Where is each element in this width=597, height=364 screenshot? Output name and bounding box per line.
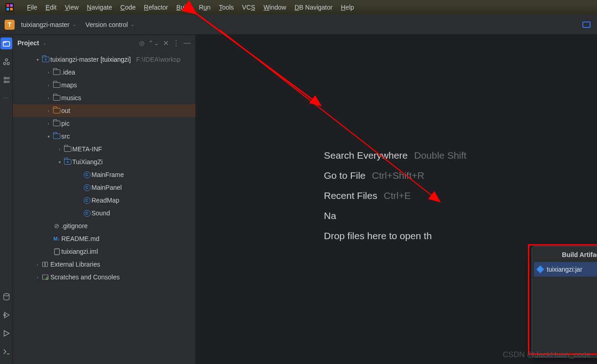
menu-code[interactable]: Code [116,4,140,11]
project-panel: Project ⌄ ◎ ⌃⌄ ✕ ⋮ — ▾ tuixiangzi-master… [13,35,196,364]
tree-root[interactable]: ▾ tuixiangzi-master [tuixiangzi] F:\IDEA… [13,53,195,66]
collapse-icon[interactable]: ✕ [163,39,169,48]
nav-bar: T tuixiangzi-master ⌄ Version control ⌄ [0,15,597,35]
menu-run[interactable]: Run [195,4,215,11]
chevron-icon: › [56,147,63,152]
tree-file[interactable]: M↓ README.md [13,232,195,245]
class-icon: C [82,210,91,217]
app-logo [5,2,15,12]
tree-class[interactable]: C MainFrame [13,168,195,181]
tree-label: External Libraries [50,261,100,268]
more-tools-icon[interactable]: … [3,92,10,100]
svg-point-6 [5,59,7,61]
chevron-icon: ▾ [45,134,52,139]
artifact-item[interactable]: tuixiangzi:jar › [534,262,597,277]
tree-folder[interactable]: › maps [13,79,195,91]
tree-folder[interactable]: ▾ src [13,130,195,143]
module-icon [41,57,50,62]
menu-navigate[interactable]: Navigate [83,4,116,11]
structure-tool-icon[interactable] [0,56,12,68]
chevron-icon: › [45,70,52,75]
tree-file[interactable]: ⊘ .gitignore [13,219,195,232]
locate-icon[interactable]: ◎ [139,39,145,47]
svg-point-7 [3,63,5,65]
tree-label: tuixiangzi-master [tuixiangzi] F:\IDEA\w… [50,56,181,63]
vc-label: Version control [86,21,128,28]
welcome-row[interactable]: Search EverywhereDouble Shift [324,150,467,161]
chevron-down-icon[interactable]: ⌄ [43,40,47,46]
folder-icon [52,108,61,113]
build-artifact-popup: Build Artifact tuixiangzi:jar › [532,246,597,358]
chevron-down-icon: ▾ [34,57,41,62]
file-icon: ⊘ [52,222,61,230]
tree-folder[interactable]: › META-INF [13,143,195,155]
menu-view[interactable]: View [61,4,83,11]
tree-folder[interactable]: › out [13,104,195,117]
folder-icon [52,70,61,75]
tree-label: tuixiangzi.iml [61,248,98,255]
tree-folder[interactable]: › pic [13,117,195,130]
popup-title: Build Artifact [532,246,597,262]
menu-tools[interactable]: Tools [215,4,238,11]
menu-build[interactable]: Build [172,4,195,11]
svg-rect-21 [43,275,48,279]
svg-point-8 [7,63,9,65]
tool-gutter: … [0,35,13,364]
menu-vcs[interactable]: VCS [238,4,259,11]
tree-label: TuiXiangZi [72,158,102,166]
welcome-row[interactable]: Na [324,210,467,221]
svg-point-22 [46,278,48,279]
chevron-icon: › [45,96,52,101]
welcome-row[interactable]: Go to FileCtrl+Shift+R [324,170,467,181]
menu-dbnav[interactable]: DB Navigator [290,4,337,11]
menu-edit[interactable]: Edit [42,4,61,11]
bookmarks-tool-icon[interactable] [0,74,12,86]
hide-panel-icon[interactable]: — [183,39,191,47]
breadcrumb-project[interactable]: tuixiangzi-master ⌄ [21,21,76,28]
tree-class[interactable]: C Sound [13,207,195,219]
tree-label: Sound [91,209,110,217]
tree-label: META-INF [72,145,102,153]
tree-class[interactable]: C ReadMap [13,194,195,207]
tree-file[interactable]: tuixiangzi.iml [13,245,195,258]
tree-label: Scratches and Consoles [50,273,120,281]
project-tool-icon[interactable] [0,37,12,49]
tree-label: out [61,107,70,114]
expand-all-icon[interactable]: ⌃⌄ [148,39,159,47]
menu-refactor[interactable]: Refactor [140,4,172,11]
welcome-row[interactable]: Recent FilesCtrl+E [324,190,467,201]
artifact-label: tuixiangzi:jar [547,266,582,273]
tree-label: .gitignore [61,222,88,230]
run-tool-icon[interactable] [0,327,12,339]
tree-folder[interactable]: ▾ TuiXiangZi [13,155,195,168]
more-icon[interactable]: ⋮ [172,39,180,48]
folder-icon [52,134,61,139]
terminal-tool-icon[interactable] [0,346,12,358]
svg-point-9 [4,77,6,79]
svg-rect-18 [54,249,59,255]
layout-icon[interactable] [582,21,591,28]
tree-extra[interactable]: › Scratches and Consoles [13,271,195,284]
library-icon [41,261,50,268]
menu-bar: File Edit View Navigate Code Refactor Bu… [0,0,597,15]
file-icon: M↓ [52,236,61,241]
project-panel-header: Project ⌄ ◎ ⌃⌄ ✕ ⋮ — [13,35,195,51]
tree-label: README.md [61,235,99,242]
tree-folder[interactable]: › musics [13,91,195,104]
folder-icon [52,121,61,126]
svg-point-13 [4,294,9,296]
svg-rect-19 [43,262,45,267]
menu-window[interactable]: Window [259,4,290,11]
menu-file[interactable]: File [23,4,42,11]
menu-help[interactable]: Help [337,4,358,11]
tree-class[interactable]: C MainPanel [13,181,195,194]
services-tool-icon[interactable] [0,309,12,321]
version-control-widget[interactable]: Version control ⌄ [86,21,135,28]
svg-rect-2 [10,4,13,7]
tree-extra[interactable]: › External Libraries [13,258,195,271]
tree-folder[interactable]: › .idea [13,66,195,79]
database-tool-icon[interactable] [0,291,12,303]
tree-label: pic [61,120,70,127]
tree-label: src [61,133,70,140]
class-icon: C [82,184,91,191]
